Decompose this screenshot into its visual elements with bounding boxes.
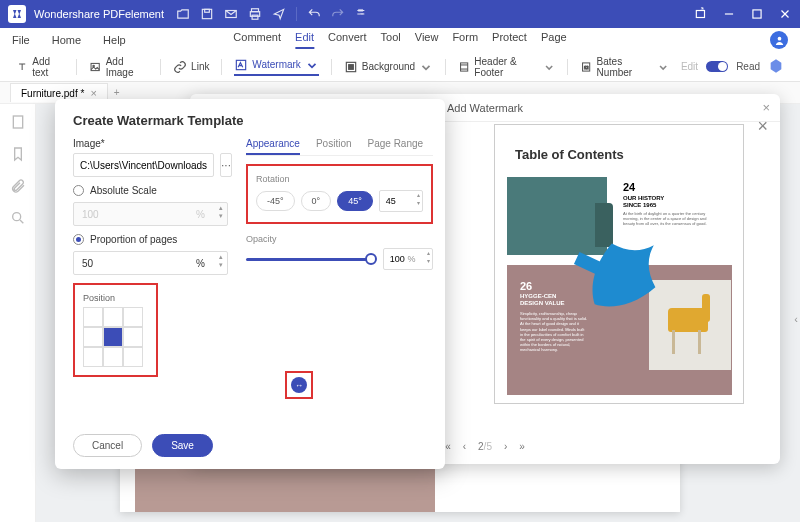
- svg-rect-0: [202, 9, 211, 18]
- absolute-scale-radio[interactable]: [73, 185, 84, 196]
- tab-convert[interactable]: Convert: [328, 31, 367, 49]
- separator: [296, 7, 297, 21]
- print-icon[interactable]: [248, 7, 262, 21]
- doc-tab-name: Furniture.pdf *: [21, 88, 84, 99]
- create-watermark-dialog: Create Watermark Template Image* ··· Abs…: [55, 99, 445, 469]
- pager-last-icon[interactable]: »: [519, 441, 525, 452]
- rotation-input[interactable]: 45▴▾: [379, 190, 423, 212]
- titlebar: Wondershare PDFelement: [0, 0, 800, 28]
- close-tab-icon[interactable]: ×: [90, 87, 96, 99]
- tab-position[interactable]: Position: [316, 138, 352, 155]
- app-name: Wondershare PDFelement: [34, 8, 164, 20]
- svg-rect-8: [753, 10, 761, 18]
- menu-file[interactable]: File: [12, 34, 30, 46]
- svg-rect-1: [205, 9, 210, 12]
- svg-rect-22: [13, 116, 22, 128]
- position-center[interactable]: [103, 327, 123, 347]
- mode-toggle[interactable]: [706, 61, 728, 72]
- mode-edit-label: Edit: [681, 61, 698, 72]
- workspace: ‹ Add Watermark × × Table of Contents 24…: [0, 104, 800, 522]
- hex-icon[interactable]: [768, 58, 784, 76]
- background-button[interactable]: Background: [344, 60, 433, 74]
- proportion-radio[interactable]: [73, 234, 84, 245]
- right-panel-handle[interactable]: ‹: [794, 313, 798, 325]
- user-avatar[interactable]: [770, 31, 788, 49]
- attachment-icon[interactable]: [10, 178, 26, 194]
- search-icon[interactable]: [10, 210, 26, 226]
- add-dialog-close-icon[interactable]: ×: [757, 116, 768, 137]
- rotation-45-button[interactable]: 45°: [337, 191, 373, 211]
- save-icon[interactable]: [200, 7, 214, 21]
- preview-title: Table of Contents: [515, 147, 624, 162]
- share-icon[interactable]: [272, 7, 286, 21]
- email-icon[interactable]: [224, 7, 238, 21]
- tab-protect[interactable]: Protect: [492, 31, 527, 49]
- close-icon[interactable]: [778, 7, 792, 21]
- svg-rect-25: [574, 252, 602, 274]
- redo-icon[interactable]: [331, 7, 345, 21]
- image-label: Image*: [73, 138, 228, 149]
- absolute-scale-label: Absolute Scale: [90, 185, 157, 196]
- preview-page-24: 24: [623, 181, 635, 193]
- svg-rect-16: [348, 64, 353, 69]
- new-tab-button[interactable]: +: [114, 87, 120, 98]
- position-grid[interactable]: [83, 307, 148, 367]
- preview-page-26: 26: [520, 280, 532, 292]
- tab-tool[interactable]: Tool: [381, 31, 401, 49]
- pager-total: /5: [484, 441, 492, 452]
- tab-page-range[interactable]: Page Range: [368, 138, 424, 155]
- opacity-label: Opacity: [246, 234, 433, 244]
- cancel-button[interactable]: Cancel: [73, 434, 142, 457]
- add-dialog-back-icon[interactable]: ×: [762, 100, 770, 115]
- quick-access-dropdown-icon[interactable]: [355, 7, 369, 21]
- add-image-button[interactable]: Add Image: [89, 56, 148, 78]
- menu-help[interactable]: Help: [103, 34, 126, 46]
- svg-point-11: [777, 36, 781, 40]
- menu-home[interactable]: Home: [52, 34, 81, 46]
- undo-icon[interactable]: [307, 7, 321, 21]
- tab-page[interactable]: Page: [541, 31, 567, 49]
- rotation-label: Rotation: [256, 174, 423, 184]
- preview-pager: « ‹ 2/5 › »: [445, 441, 525, 452]
- position-label: Position: [83, 293, 148, 303]
- absolute-scale-input: 100% ▴▾: [73, 202, 228, 226]
- tab-view[interactable]: View: [415, 31, 439, 49]
- edit-toolbar: Add text Add Image Link Watermark Backgr…: [0, 52, 800, 82]
- watermark-preview: Table of Contents 24 OUR HISTORYSINCE 19…: [494, 124, 744, 404]
- svg-rect-6: [696, 11, 704, 18]
- opacity-slider[interactable]: [246, 258, 375, 261]
- open-icon[interactable]: [176, 7, 190, 21]
- tab-comment[interactable]: Comment: [233, 31, 281, 49]
- svg-rect-12: [91, 63, 99, 70]
- svg-text:12: 12: [584, 65, 589, 70]
- header-footer-button[interactable]: Header & Footer: [458, 56, 555, 78]
- bookmark-icon[interactable]: [10, 146, 26, 162]
- image-path-input[interactable]: [73, 153, 214, 177]
- svg-line-24: [20, 220, 23, 223]
- pager-prev-icon[interactable]: ‹: [463, 441, 466, 452]
- minimize-icon[interactable]: [722, 7, 736, 21]
- thumbnails-icon[interactable]: [10, 114, 26, 130]
- save-button[interactable]: Save: [152, 434, 213, 457]
- pager-first-icon[interactable]: «: [445, 441, 451, 452]
- browse-button[interactable]: ···: [220, 153, 232, 177]
- bates-number-button[interactable]: 12Bates Number: [580, 56, 669, 78]
- tab-appearance[interactable]: Appearance: [246, 138, 300, 155]
- maximize-icon[interactable]: [750, 7, 764, 21]
- expand-icon[interactable]: ↔: [291, 377, 307, 393]
- rotation-section: Rotation -45° 0° 45° 45▴▾: [246, 164, 433, 224]
- add-text-button[interactable]: Add text: [16, 56, 64, 78]
- tab-edit[interactable]: Edit: [295, 31, 314, 49]
- opacity-input[interactable]: 100 %▴▾: [383, 248, 433, 270]
- proportion-input[interactable]: 50% ▴▾: [73, 251, 228, 275]
- pager-next-icon[interactable]: ›: [504, 441, 507, 452]
- window-float-icon[interactable]: [694, 7, 708, 21]
- tab-form[interactable]: Form: [452, 31, 478, 49]
- link-button[interactable]: Link: [173, 60, 209, 74]
- add-dialog-title: Add Watermark: [447, 102, 523, 114]
- app-logo: [8, 5, 26, 23]
- rotation-0-button[interactable]: 0°: [301, 191, 332, 211]
- create-dialog-title: Create Watermark Template: [73, 113, 427, 128]
- rotation-neg45-button[interactable]: -45°: [256, 191, 295, 211]
- watermark-button[interactable]: Watermark: [234, 58, 319, 76]
